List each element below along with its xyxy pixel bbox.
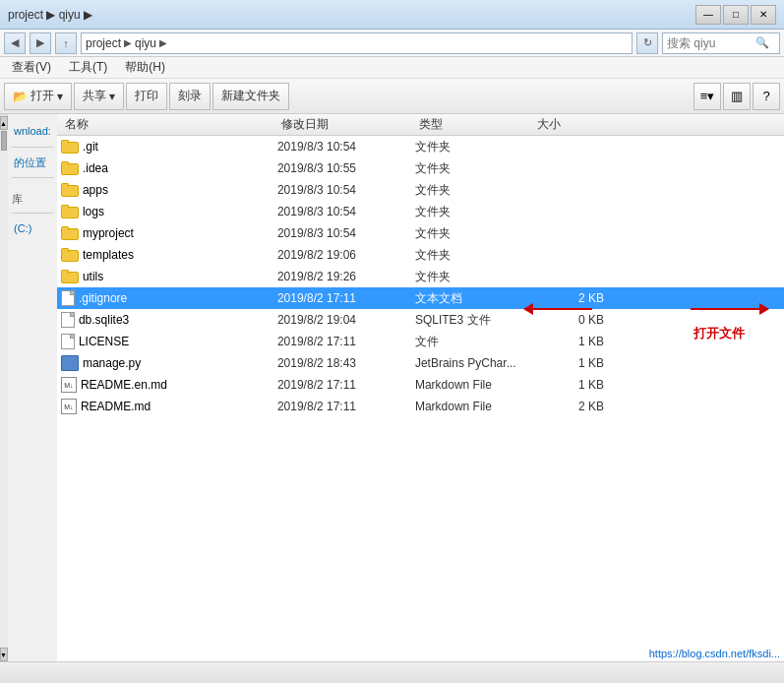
close-button[interactable]: ✕ [751, 5, 776, 25]
title-bar: project ▶ qiyu ▶ — □ ✕ [0, 0, 784, 30]
pane-icon: ▥ [731, 89, 743, 103]
open-label: 打开 [30, 88, 54, 104]
menu-tools[interactable]: 工具(T) [61, 57, 115, 78]
folder-icon [61, 205, 79, 218]
window-controls: — □ ✕ [695, 5, 776, 25]
column-type-header[interactable]: 类型 [415, 116, 533, 133]
search-button[interactable]: 🔍 [755, 36, 769, 49]
file-date: 2019/8/3 10:55 [277, 161, 415, 175]
file-row[interactable]: manage.py 2019/8/2 18:43 JetBrains PyCha… [57, 352, 784, 374]
file-row[interactable]: M↓ README.md 2019/8/2 17:11 Markdown Fil… [57, 396, 784, 417]
file-type: Markdown File [415, 378, 533, 392]
file-date: 2019/8/3 10:54 [277, 226, 415, 240]
open-arrow: ▾ [57, 90, 63, 103]
view-toggle-button[interactable]: ≡ ▾ [694, 83, 721, 110]
file-size: 2 KB [533, 400, 612, 413]
title-text: project ▶ qiyu ▶ [8, 8, 695, 22]
sidebar-separator-3 [12, 213, 53, 214]
sidebar: ▲ ▼ wnload: 的位置 库 (C:) [0, 114, 57, 661]
forward-button[interactable]: ▶ [30, 32, 51, 54]
scroll-up-button[interactable]: ▲ [0, 116, 8, 130]
file-size: 1 KB [533, 335, 612, 348]
help-button[interactable]: ? [753, 83, 780, 110]
minimize-button[interactable]: — [695, 5, 721, 25]
new-folder-button[interactable]: 新建文件夹 [212, 83, 289, 110]
file-icon [61, 334, 75, 349]
scroll-down-button[interactable]: ▼ [0, 648, 8, 661]
folder-icon [61, 270, 79, 283]
file-row[interactable]: .gitignore 2019/8/2 17:11 文本文档 2 KB [57, 287, 784, 309]
folder-icon [61, 226, 79, 240]
print-button[interactable]: 打印 [126, 83, 167, 110]
open-icon: 📂 [13, 90, 28, 103]
burn-button[interactable]: 刻录 [169, 83, 211, 110]
breadcrumb[interactable]: project ▶ qiyu ▶ [81, 32, 633, 54]
file-row[interactable]: logs 2019/8/3 10:54 文件夹 [57, 201, 784, 222]
file-row[interactable]: apps 2019/8/3 10:54 文件夹 [57, 179, 784, 201]
file-row[interactable]: templates 2019/8/2 19:06 文件夹 [57, 244, 784, 266]
column-date-header[interactable]: 修改日期 [277, 116, 415, 133]
file-size: 2 KB [533, 291, 612, 305]
breadcrumb-project[interactable]: project [86, 36, 121, 50]
scroll-thumb[interactable] [1, 131, 7, 151]
file-type: 文件夹 [415, 160, 533, 177]
share-label: 共享 [83, 88, 106, 104]
status-bar [0, 661, 784, 683]
file-type: 文件夹 [415, 247, 533, 264]
column-name-header[interactable]: 名称 [61, 116, 277, 133]
file-type: 文件 [415, 334, 533, 350]
pc-icon [61, 355, 79, 371]
sidebar-separator-2 [12, 177, 53, 178]
sidebar-item-downloads[interactable]: wnload: [12, 122, 53, 141]
file-type: SQLITE3 文件 [415, 312, 533, 329]
file-row[interactable]: db.sqlite3 2019/8/2 19:04 SQLITE3 文件 0 K… [57, 309, 784, 331]
share-arrow: ▾ [109, 90, 115, 103]
address-bar: ◀ ▶ ↑ project ▶ qiyu ▶ ↻ 🔍 [0, 30, 784, 57]
search-box[interactable]: 🔍 [662, 32, 780, 54]
menu-help[interactable]: 帮助(H) [117, 57, 173, 78]
sidebar-item-location[interactable]: 的位置 [12, 154, 53, 172]
sidebar-item-drive[interactable]: (C:) [12, 219, 53, 238]
file-area: 名称 修改日期 类型 大小 .git 2019/8/3 10:54 文件夹 .i… [57, 114, 784, 661]
refresh-button[interactable]: ↻ [636, 32, 658, 54]
file-size: 1 KB [533, 356, 612, 370]
file-date: 2019/8/2 17:11 [277, 335, 415, 348]
file-row[interactable]: myproject 2019/8/3 10:54 文件夹 [57, 222, 784, 244]
menu-bar: 查看(V) 工具(T) 帮助(H) [0, 57, 784, 79]
file-list: .git 2019/8/3 10:54 文件夹 .idea 2019/8/3 1… [57, 136, 784, 661]
file-date: 2019/8/2 19:06 [277, 248, 415, 262]
sidebar-library-label: 库 [12, 192, 53, 207]
up-button[interactable]: ↑ [55, 32, 77, 54]
file-name: manage.py [83, 356, 277, 370]
file-row[interactable]: utils 2019/8/2 19:26 文件夹 [57, 266, 784, 287]
file-row[interactable]: .git 2019/8/3 10:54 文件夹 [57, 136, 784, 157]
file-type: 文件夹 [415, 182, 533, 199]
file-name: db.sqlite3 [79, 313, 273, 327]
file-row[interactable]: LICENSE 2019/8/2 17:11 文件 1 KB [57, 331, 784, 352]
column-size-header[interactable]: 大小 [533, 116, 612, 133]
open-button[interactable]: 📂 打开 ▾ [4, 83, 72, 110]
file-row[interactable]: .idea 2019/8/3 10:55 文件夹 [57, 157, 784, 179]
file-icon [61, 290, 75, 306]
file-type: 文件夹 [415, 225, 533, 242]
file-date: 2019/8/3 10:54 [277, 140, 415, 154]
file-row[interactable]: M↓ README.en.md 2019/8/2 17:11 Markdown … [57, 374, 784, 396]
file-name: templates [83, 248, 277, 262]
toolbar: 📂 打开 ▾ 共享 ▾ 打印 刻录 新建文件夹 ≡ ▾ ▥ ? [0, 79, 784, 114]
file-icon [61, 312, 75, 328]
column-headers: 名称 修改日期 类型 大小 [57, 114, 784, 136]
back-button[interactable]: ◀ [4, 32, 26, 54]
search-input[interactable] [667, 36, 755, 50]
breadcrumb-qiyu[interactable]: qiyu [135, 36, 156, 50]
file-date: 2019/8/3 10:54 [277, 205, 415, 218]
markdown-icon: M↓ [61, 399, 77, 414]
pane-button[interactable]: ▥ [723, 83, 751, 110]
menu-view[interactable]: 查看(V) [4, 57, 59, 78]
new-folder-label: 新建文件夹 [221, 88, 280, 104]
maximize-button[interactable]: □ [723, 5, 749, 25]
file-name: .idea [83, 161, 277, 175]
share-button[interactable]: 共享 ▾ [74, 83, 124, 110]
file-name: README.en.md [81, 378, 275, 392]
markdown-icon: M↓ [61, 377, 77, 393]
sidebar-scrollbar[interactable]: ▲ ▼ [0, 114, 8, 661]
